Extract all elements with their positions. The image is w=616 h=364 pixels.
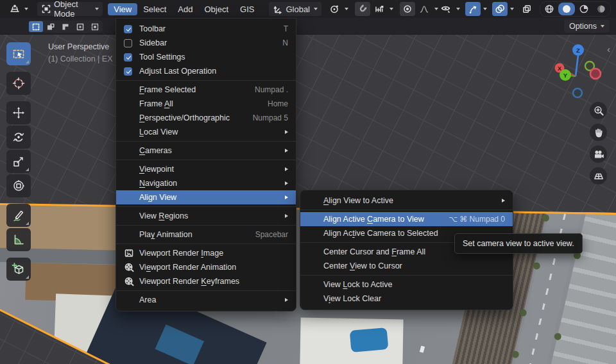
view-menu-item-viewpoint[interactable]: Viewpoint (116, 162, 296, 176)
view-menu-item-viewport-render-animation[interactable]: Viewport Render Animation (116, 260, 296, 274)
align-submenu-item-align-view-to-active[interactable]: Align View to Active (300, 194, 513, 208)
menu-item-right: T (284, 24, 288, 33)
icon-cell (124, 262, 139, 272)
menu-separator (300, 275, 513, 276)
view-menu-item-play-animation[interactable]: Play AnimationSpacebar (116, 228, 296, 242)
menu-select[interactable]: Select (137, 3, 172, 15)
align-submenu-item-view-lock-clear[interactable]: View Lock Clear (300, 292, 513, 306)
shading-mode-group (540, 1, 611, 17)
view-menu-item-navigation[interactable]: Navigation (116, 176, 296, 190)
menu-item-label: Toolbar (139, 24, 277, 33)
tool-transform[interactable] (6, 174, 31, 197)
view-menu-item-view-regions[interactable]: View Regions (116, 209, 296, 223)
tool-move[interactable] (6, 101, 31, 124)
select-mode-invert-icon[interactable] (73, 21, 87, 32)
toggle-orthographic-icon[interactable] (590, 167, 607, 185)
menu-separator (116, 160, 296, 160)
align-submenu-item-align-active-camera-to-view[interactable]: Align Active Camera to View⌥ ⌘ Numpad 0 (300, 212, 513, 226)
submenu-arrow-icon (285, 149, 288, 153)
menu-add[interactable]: Add (172, 3, 198, 15)
xray-toggle-icon[interactable] (519, 2, 535, 16)
shading-material-preview-icon[interactable] (576, 3, 592, 15)
menu-object[interactable]: Object (198, 3, 234, 15)
shading-solid-icon[interactable] (558, 3, 575, 15)
visibility-dropdown[interactable] (438, 2, 460, 16)
tool-rotate[interactable] (6, 126, 31, 149)
add-cube-icon (12, 262, 26, 276)
navigation-gizmo[interactable]: Z X Y (545, 40, 603, 106)
sidebar-toggle-arrow[interactable]: ‹ (607, 44, 610, 54)
checkbox-checked-icon (124, 25, 132, 33)
zoom-icon[interactable] (590, 102, 607, 119)
overlays-icon (492, 2, 508, 16)
view-menu-item-cameras[interactable]: Cameras (116, 144, 296, 158)
align-submenu-item-center-view-to-cursor[interactable]: Center View to Cursor (300, 259, 513, 273)
menu-item-right (285, 181, 288, 185)
menu-item-label: Cameras (139, 146, 278, 155)
tool-add-cube[interactable] (6, 258, 31, 281)
menu-separator (300, 210, 513, 210)
select-mode-group (28, 21, 103, 33)
view-menu-item-perspective-orthographic[interactable]: Perspective/OrthographicNumpad 5 (116, 111, 296, 125)
scale-icon (12, 154, 26, 169)
select-mode-set-icon[interactable] (29, 21, 43, 32)
view-menu-item-adjust-last-operation[interactable]: Adjust Last Operation (116, 64, 296, 78)
proportional-editing-icon[interactable] (400, 2, 415, 16)
view-menu-item-viewport-render-keyframes[interactable]: Viewport Render Keyframes (116, 274, 296, 288)
menu-item-right: Numpad 5 (253, 113, 288, 122)
cursor-icon (12, 76, 26, 90)
tool-scale[interactable] (6, 150, 31, 173)
tool-annotate[interactable] (6, 204, 31, 227)
view-menu-item-area[interactable]: Area (116, 293, 296, 307)
shading-wireframe-icon[interactable] (541, 3, 558, 15)
tool-measure[interactable] (6, 228, 31, 251)
select-mode-subtract-icon[interactable] (58, 21, 73, 32)
view-menu-item-sidebar[interactable]: SidebarN (116, 36, 296, 50)
view-menu-item-tool-settings[interactable]: Tool Settings (116, 50, 296, 64)
tooltip: Set camera view to active view. (454, 233, 583, 254)
menu-item-right (285, 298, 288, 302)
shading-rendered-icon[interactable] (593, 3, 610, 15)
menu-item-right: Home (268, 99, 288, 108)
snap-magnet-icon[interactable] (355, 2, 370, 16)
select-mode-intersect-icon[interactable] (88, 21, 102, 32)
editor-type-button[interactable] (5, 2, 32, 16)
svg-text:Z: Z (576, 47, 580, 54)
submenu-arrow-icon (285, 167, 288, 171)
overlays-toggle[interactable] (492, 2, 514, 16)
pivot-point-dropdown[interactable] (327, 2, 348, 16)
falloff-curve-icon[interactable] (416, 2, 432, 16)
view-menu-item-viewport-render-image[interactable]: Viewport Render Image (116, 246, 296, 260)
options-button[interactable]: Options (564, 20, 610, 33)
menu-item-label: Viewport Render Animation (139, 263, 282, 272)
chevron-down-icon (314, 8, 318, 10)
tool-group (6, 42, 31, 65)
select-box-icon (12, 47, 26, 61)
render-animation-icon (124, 262, 134, 272)
view-menu-item-align-view[interactable]: Align View (116, 190, 296, 204)
snap-increment-icon[interactable] (372, 2, 387, 16)
mode-label: Object Mode (54, 0, 91, 19)
submenu-arrow-icon (285, 298, 288, 302)
tool-select-box[interactable] (6, 42, 31, 65)
gizmo-arrow-icon (465, 2, 481, 16)
view-menu-item-frame-all[interactable]: Frame AllHome (116, 97, 296, 111)
menu-view[interactable]: View (108, 3, 137, 15)
shortcut-label: Numpad . (255, 85, 288, 94)
tool-cursor[interactable] (6, 72, 31, 95)
shortcut-label: T (284, 24, 288, 33)
gizmos-toggle[interactable] (465, 2, 487, 16)
mode-dropdown[interactable]: Object Mode (37, 2, 103, 16)
align-submenu-item-view-lock-to-active[interactable]: View Lock to Active (300, 277, 513, 292)
camera-view-icon[interactable] (590, 145, 607, 163)
view-menu-item-local-view[interactable]: Local View (116, 125, 296, 139)
transform-orientation-dropdown[interactable]: Global (269, 2, 321, 16)
icon-cell (124, 248, 139, 258)
menu-item-right (502, 199, 505, 203)
pan-hand-icon[interactable] (590, 124, 607, 141)
view-menu-item-frame-selected[interactable]: Frame SelectedNumpad . (116, 83, 296, 97)
checkbox-checked-icon (124, 53, 132, 62)
view-menu-item-toolbar[interactable]: ToolbarT (116, 22, 296, 36)
menu-gis[interactable]: GIS (234, 3, 260, 15)
select-mode-extend-icon[interactable] (44, 21, 58, 32)
